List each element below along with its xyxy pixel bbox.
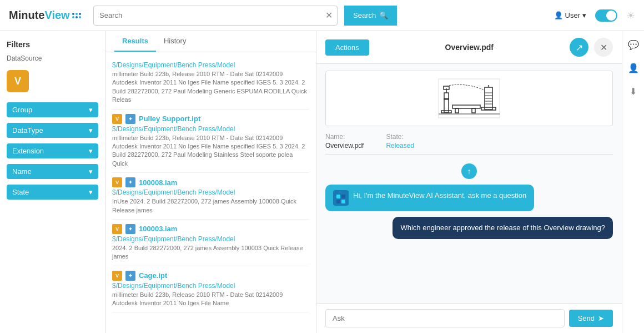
list-item: $/Designs/Equipment/Bench Press/Model mi…: [112, 57, 309, 110]
file-icon-blue: ✦: [125, 224, 135, 234]
result-path-link[interactable]: $/Designs/Equipment/Bench Press/Model: [112, 188, 309, 196]
tab-results[interactable]: Results: [114, 31, 156, 52]
logo-dot: [72, 13, 74, 15]
result-path-link[interactable]: $/Designs/Equipment/Bench Press/Model: [112, 282, 309, 290]
chat-input-row: Send ➤: [316, 303, 622, 333]
chat-area: ↑ Hi, I'm the MinuteView AI Assistant, a…: [316, 159, 622, 303]
detail-header: Actions Overview.pdf ↗ ✕: [316, 31, 622, 64]
svg-rect-19: [336, 195, 340, 198]
user-label: User: [565, 11, 580, 19]
logo-dots: [72, 13, 81, 18]
user-icon: 👤: [554, 11, 563, 19]
user-button[interactable]: 👤 User ▾: [554, 11, 586, 19]
user-message-text: Which engineer approved the release of t…: [400, 223, 605, 232]
list-item: V ✦ 100008.iam $/Designs/Equipment/Bench…: [112, 173, 309, 220]
scroll-up-button[interactable]: ↑: [461, 163, 477, 179]
search-button[interactable]: Search 🔍: [344, 6, 397, 26]
extension-filter-button[interactable]: Extension ▾: [7, 143, 98, 158]
actions-label: Actions: [335, 43, 359, 52]
chevron-down-icon: ▾: [89, 167, 93, 176]
bot-avatar: [333, 190, 349, 206]
result-filename-link[interactable]: 100003.iam: [139, 225, 177, 233]
result-filename-link[interactable]: 100008.iam: [139, 178, 177, 187]
tab-history[interactable]: History: [156, 31, 194, 52]
meta-name-value: Overview.pdf: [325, 142, 364, 150]
result-path-link[interactable]: $/Designs/Equipment/Bench Press/Model: [112, 235, 309, 243]
header-right: 👤 User ▾ ☀: [554, 9, 635, 22]
datasource-letter: V: [14, 76, 21, 87]
logo-dot: [76, 13, 78, 15]
result-desc: 2024. 2 Build 282272000, 272 james Assem…: [112, 244, 309, 261]
file-icon-blue: ✦: [125, 177, 135, 187]
chevron-down-icon: ▾: [89, 106, 93, 114]
bot-message-text: Hi, I'm the MinuteView AI Assistant, ask…: [353, 190, 526, 201]
state-filter-label: State: [12, 188, 29, 196]
open-external-icon: ↗: [576, 42, 583, 53]
close-detail-button[interactable]: ✕: [594, 38, 613, 57]
open-external-button[interactable]: ↗: [570, 38, 588, 57]
result-path-link[interactable]: $/Designs/Equipment/Bench Press/Model: [112, 125, 309, 133]
list-item: V ✦ Pulley Support.ipt $/Designs/Equipme…: [112, 110, 309, 173]
tabs: Results History: [105, 31, 316, 52]
logo-minute: Minute: [9, 9, 44, 22]
doc-preview: [325, 71, 613, 126]
svg-rect-18: [333, 190, 349, 206]
extension-filter-label: Extension: [12, 147, 44, 155]
list-item: V ✦ Cage.ipt $/Designs/Equipment/Bench P…: [112, 266, 309, 313]
file-icon-yellow: V: [112, 114, 122, 124]
detail-panel: Actions Overview.pdf ↗ ✕: [316, 31, 622, 333]
doc-title: Overview.pdf: [375, 43, 564, 52]
search-input[interactable]: [94, 11, 321, 19]
user-panel-button[interactable]: 👤: [626, 60, 641, 76]
chevron-down-icon: ▾: [89, 188, 93, 196]
theme-toggle[interactable]: [595, 9, 617, 22]
results-list: $/Designs/Equipment/Bench Press/Model mi…: [105, 52, 316, 333]
datatype-filter-button[interactable]: DataType ▾: [7, 123, 98, 138]
list-item: V ✦ 100003.iam $/Designs/Equipment/Bench…: [112, 220, 309, 266]
result-desc: millimeter Build 223b, Release 2010 RTM …: [112, 134, 309, 168]
name-filter-button[interactable]: Name ▾: [7, 164, 98, 179]
send-label: Send: [578, 314, 595, 322]
send-arrow-icon: ➤: [598, 314, 604, 322]
state-filter-button[interactable]: State ▾: [7, 185, 98, 200]
chat-bubble-bot: Hi, I'm the MinuteView AI Assistant, ask…: [325, 185, 534, 211]
sidebar-datasource-label: DataSource: [7, 54, 98, 62]
result-path-link[interactable]: $/Designs/Equipment/Bench Press/Model: [112, 61, 309, 69]
chat-input[interactable]: [325, 309, 565, 327]
meta-name: Name: Overview.pdf: [325, 133, 364, 150]
meta-state-label: State:: [386, 133, 414, 141]
actions-button[interactable]: Actions: [325, 39, 369, 56]
logo-dot: [79, 13, 81, 15]
send-button[interactable]: Send ➤: [569, 310, 613, 327]
search-clear-button[interactable]: ✕: [321, 10, 337, 21]
result-desc: millimeter Build 223b, Release 2010 RTM …: [112, 291, 309, 308]
header: MinuteView ✕ Search 🔍 👤 User ▾ ☀: [0, 0, 644, 31]
search-icon: 🔍: [379, 11, 388, 19]
result-desc: InUse 2024. 2 Build 282272000, 272 james…: [112, 197, 309, 215]
right-sidebar: 💬 👤 ⬇: [622, 31, 644, 333]
file-icon-yellow: V: [112, 271, 122, 281]
logo-dot: [79, 16, 81, 18]
chat-panel-button[interactable]: 💬: [626, 37, 641, 52]
chevron-down-icon: ▾: [582, 11, 586, 19]
logo-dot: [72, 16, 74, 18]
datasource-icon: V: [7, 70, 29, 92]
group-filter-button[interactable]: Group ▾: [7, 102, 98, 117]
svg-rect-20: [341, 195, 345, 198]
sun-icon: ☀: [626, 9, 635, 22]
main-layout: Filters DataSource V Group ▾ DataType ▾ …: [0, 31, 644, 333]
name-filter-label: Name: [12, 167, 32, 176]
logo-view: View: [44, 9, 69, 22]
logo: MinuteView: [9, 9, 87, 22]
result-filename-link[interactable]: Pulley Support.ipt: [139, 115, 200, 123]
doc-meta: Name: Overview.pdf State: Released: [316, 133, 622, 154]
logo-dot: [76, 16, 78, 18]
file-icon-yellow: V: [112, 224, 122, 234]
file-icon-yellow: V: [112, 177, 122, 187]
result-file-row: V ✦ Cage.ipt: [112, 271, 309, 281]
datatype-filter-label: DataType: [12, 126, 43, 135]
toggle-knob: [606, 11, 616, 21]
svg-rect-22: [341, 200, 345, 203]
result-filename-link[interactable]: Cage.ipt: [139, 271, 167, 280]
download-button[interactable]: ⬇: [626, 83, 641, 99]
